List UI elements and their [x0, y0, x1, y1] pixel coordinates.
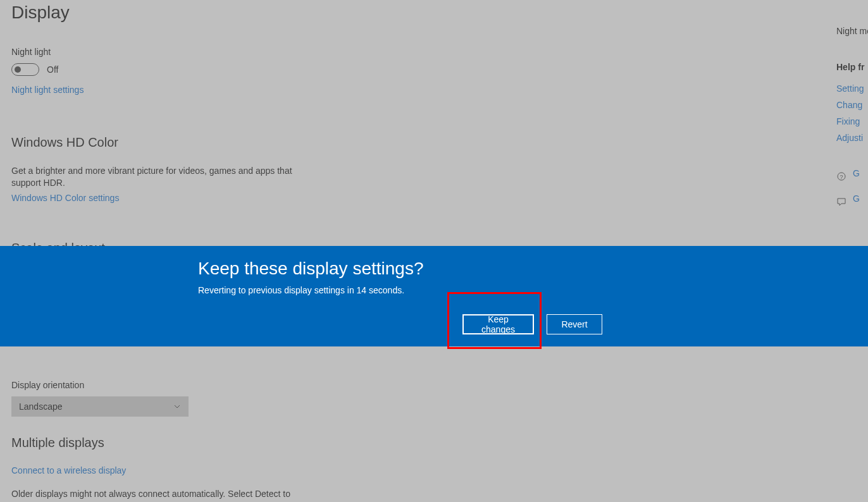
dialog-body: Reverting to previous display settings i… [198, 285, 868, 295]
revert-button[interactable]: Revert [547, 314, 602, 334]
keep-settings-dialog: Keep these display settings? Reverting t… [0, 246, 868, 346]
dialog-title: Keep these display settings? [198, 259, 868, 279]
keep-changes-button[interactable]: Keep changes [462, 314, 534, 334]
